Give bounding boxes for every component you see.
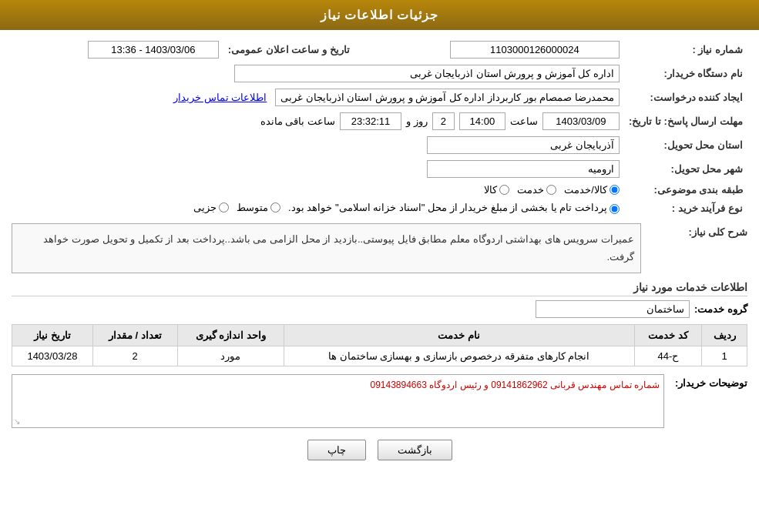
category-radio-khadamat[interactable]: [546, 185, 556, 195]
description-label: شرح کلی نیاز:: [647, 223, 747, 238]
cell-qty: 2: [92, 346, 177, 366]
content-area: شماره نیاز : 1103000126000024 تاریخ و سا…: [0, 30, 759, 480]
need-number-value: 1103000126000024: [450, 41, 620, 59]
col-row: ردیف: [702, 324, 747, 346]
city-label: شهر محل تحویل:: [624, 157, 747, 181]
buyer-notes-section: توضیحات خریدار: شماره تماس مهندس قربانی …: [12, 374, 747, 428]
province-label: استان محل تحویل:: [624, 133, 747, 157]
category-kala-label: کالا: [484, 184, 497, 196]
group-service-value: ساختمان: [536, 300, 690, 318]
description-row: شرح کلی نیاز: عمیرات سرویس های بهداشتی ا…: [12, 223, 747, 273]
category-label: طبقه بندی موضوعی:: [624, 181, 747, 199]
category-option-khadamat: خدمت: [517, 184, 556, 196]
purchase-type-radio-esnad[interactable]: [610, 204, 620, 214]
row-province: استان محل تحویل: آذربایجان غربی: [12, 133, 747, 157]
col-date: تاریخ نیاز: [12, 324, 93, 346]
resize-handle: ↘: [14, 417, 20, 426]
purchase-type-mootavaset-label: متوسط: [237, 202, 268, 213]
purchase-type-jazii-label: جزیی: [193, 202, 217, 213]
buyer-notes-box: شماره تماس مهندس قربانی 09141862962 و رئ…: [12, 374, 664, 428]
need-number-label: شماره نیاز :: [624, 38, 747, 62]
deadline-date: 1403/03/09: [542, 112, 620, 130]
table-row: 1 ح-44 انجام کارهای متفرقه درخصوص بازساز…: [12, 346, 747, 366]
purchase-type-jazii: جزیی: [193, 202, 229, 213]
cell-code: ح-44: [634, 346, 702, 366]
services-table-header-row: ردیف کد خدمت نام خدمت واحد اندازه گیری ت…: [12, 324, 747, 346]
creator-value: محمدرضا صمصام بور کاربرداز اداره کل آموز…: [275, 89, 620, 106]
purchase-type-label: نوع فرآیند خرید :: [624, 199, 747, 217]
deadline-remaining: 23:32:11: [340, 112, 401, 130]
category-radio-kala[interactable]: [499, 185, 509, 195]
services-table: ردیف کد خدمت نام خدمت واحد اندازه گیری ت…: [12, 324, 747, 366]
deadline-row: 1403/03/09 ساعت 14:00 2 روز و 23:32:11 س…: [16, 112, 620, 130]
col-unit: واحد اندازه گیری: [177, 324, 284, 346]
purchase-type-radio-mootavaset[interactable]: [270, 202, 280, 212]
row-deadline: مهلت ارسال پاسخ: تا تاریخ: 1403/03/09 سا…: [12, 109, 747, 133]
purchase-type-radio-group: جزیی متوسط پرداخت تام یا بخشی از مبلغ خر…: [16, 202, 620, 214]
purchase-type-esnad: پرداخت تام یا بخشی از مبلغ خریدار از محل…: [288, 202, 620, 214]
row-buyer-org: نام دستگاه خریدار: اداره کل آموزش و پرور…: [12, 62, 747, 85]
row-category: طبقه بندی موضوعی: کالا خدمت کالا/خدمت: [12, 181, 747, 199]
purchase-type-radio-jazii[interactable]: [219, 202, 229, 212]
deadline-time: 14:00: [459, 112, 505, 130]
creator-link[interactable]: اطلاعات تماس خریدار: [173, 92, 267, 103]
announce-label: تاریخ و ساعت اعلان عمومی:: [223, 38, 354, 62]
row-need-number: شماره نیاز : 1103000126000024 تاریخ و سا…: [12, 38, 747, 62]
category-khadamat-label: خدمت: [517, 184, 544, 196]
deadline-day-label: روز و: [406, 115, 428, 127]
province-value: آذربایجان غربی: [427, 136, 620, 154]
deadline-time-label: ساعت: [510, 115, 538, 127]
category-option-kala-khadamat: کالا/خدمت: [564, 184, 620, 196]
city-value: ارومیه: [427, 160, 620, 178]
cell-name: انجام کارهای متفرقه درخصوص بازسازی و بهس…: [284, 346, 634, 366]
description-value: عمیرات سرویس های بهداشتی اردوگاه معلم مط…: [12, 223, 641, 273]
category-option-kala: کالا: [484, 184, 509, 196]
col-qty: تعداد / مقدار: [92, 324, 177, 346]
page-header: جزئیات اطلاعات نیاز: [0, 0, 759, 30]
col-code: کد خدمت: [634, 324, 702, 346]
cell-unit: مورد: [177, 346, 284, 366]
buyer-notes-label: توضیحات خریدار:: [670, 374, 747, 389]
group-service-label: گروه خدمت:: [694, 303, 747, 315]
buyer-org-value: اداره کل آموزش و پرورش استان اذربایجان غ…: [234, 65, 620, 82]
category-radio-kala-khadamat[interactable]: [610, 185, 620, 195]
deadline-label: مهلت ارسال پاسخ: تا تاریخ:: [624, 109, 747, 133]
group-service-row: گروه خدمت: ساختمان: [12, 300, 747, 318]
cell-row: 1: [702, 346, 747, 366]
purchase-type-esnad-label: پرداخت تام یا بخشی از مبلغ خریدار از محل…: [288, 202, 607, 213]
creator-label: ایجاد کننده درخواست:: [624, 85, 747, 109]
row-purchase-type: نوع فرآیند خرید : جزیی متوسط پرداخت تام …: [12, 199, 747, 217]
deadline-days: 2: [432, 112, 455, 130]
page-container: جزئیات اطلاعات نیاز شماره نیاز : 1103000…: [0, 0, 759, 532]
cell-date: 1403/03/28: [12, 346, 93, 366]
services-section-title: اطلاعات خدمات مورد نیاز: [12, 281, 747, 296]
buyer-org-label: نام دستگاه خریدار:: [624, 62, 747, 85]
back-button[interactable]: بازگشت: [378, 440, 452, 460]
buttons-row: بازگشت چاپ: [12, 440, 747, 472]
deadline-remaining-label: ساعت باقی مانده: [260, 115, 335, 127]
announce-value: 1403/03/06 - 13:36: [88, 41, 219, 59]
row-creator: ایجاد کننده درخواست: محمدرضا صمصام بور ک…: [12, 85, 747, 109]
services-table-body: 1 ح-44 انجام کارهای متفرقه درخصوص بازساز…: [12, 346, 747, 366]
print-button[interactable]: چاپ: [307, 440, 366, 460]
category-kala-khadamat-label: کالا/خدمت: [564, 184, 607, 196]
purchase-type-mootavaset: متوسط: [237, 202, 280, 213]
col-name: نام خدمت: [284, 324, 634, 346]
page-title: جزئیات اطلاعات نیاز: [321, 8, 439, 22]
services-table-head: ردیف کد خدمت نام خدمت واحد اندازه گیری ت…: [12, 324, 747, 346]
buyer-notes-value: شماره تماس مهندس قربانی 09141862962 و رئ…: [370, 380, 660, 390]
category-radio-group: کالا خدمت کالا/خدمت: [16, 184, 620, 196]
row-city: شهر محل تحویل: ارومیه: [12, 157, 747, 181]
info-table: شماره نیاز : 1103000126000024 تاریخ و سا…: [12, 38, 747, 217]
